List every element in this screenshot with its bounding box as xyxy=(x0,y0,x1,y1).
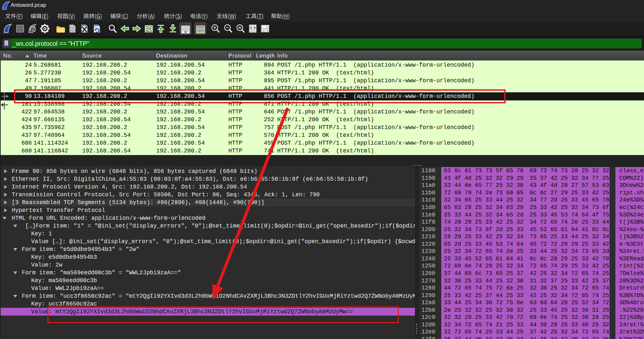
svg-text:3: 3 xyxy=(267,29,268,32)
svg-text:2: 2 xyxy=(263,29,264,32)
svg-text:0101: 0101 xyxy=(70,30,75,33)
svg-text:1: 1 xyxy=(266,26,268,29)
